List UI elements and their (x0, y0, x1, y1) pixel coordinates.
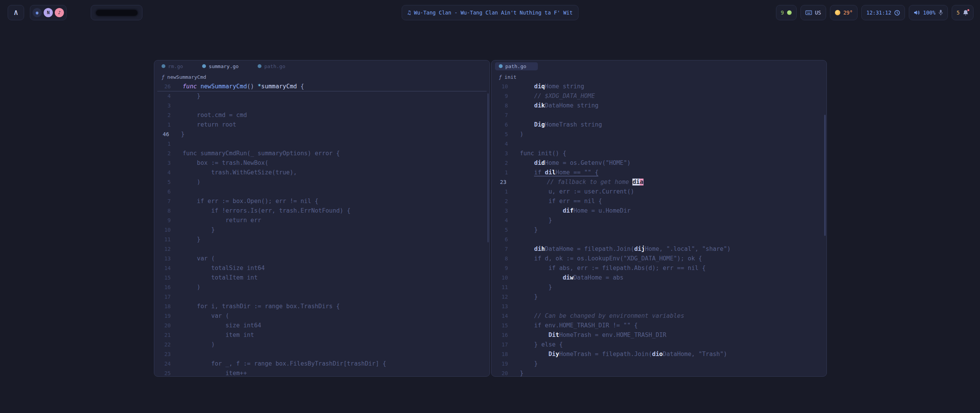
go-file-icon (258, 64, 261, 68)
code-line[interactable]: 21 item int (154, 330, 490, 340)
code-line[interactable]: 16 DitHomeTrash = env.HOME_TRASH_DIR (492, 330, 826, 340)
line-number: 14 (154, 263, 171, 273)
line-text: return err (183, 216, 261, 225)
keyboard-layout-widget[interactable]: US (800, 5, 826, 20)
tab-path.go[interactable]: path.go (258, 62, 297, 70)
line-text: for i, trashDir := range box.TrashDirs { (183, 302, 340, 311)
workspace-indicator-1[interactable]: ◉ (33, 8, 42, 17)
code-line[interactable]: 11 } (492, 283, 826, 292)
weather-widget[interactable]: 29° (830, 5, 858, 20)
tab-summary.go[interactable]: summary.go (202, 62, 250, 70)
scrollbar[interactable] (824, 115, 826, 236)
code-line[interactable]: 5) (492, 130, 826, 139)
code-line[interactable]: 3 (154, 101, 490, 111)
line-text: } (520, 369, 523, 377)
code-line[interactable]: 20} (492, 369, 826, 377)
line-text: func summaryCmdRun(_ summaryOptions) err… (183, 149, 340, 158)
code-line[interactable]: 10 } (154, 225, 490, 235)
tab-rm.go[interactable]: rm.go (162, 62, 194, 70)
code-line[interactable]: 16 ) (154, 283, 490, 292)
breadcrumb-symbol: init (505, 74, 516, 80)
code-line[interactable]: 4 } (154, 91, 490, 101)
code-line[interactable]: 19 var ( (154, 311, 490, 321)
code-line[interactable]: 8 dikDataHome string (492, 101, 826, 111)
code-line[interactable]: 46} (154, 130, 490, 139)
code-line[interactable]: 2 if err == nil { (492, 197, 826, 206)
workspace-switcher[interactable]: ◉N♪ (30, 5, 67, 20)
code-line[interactable]: 8 if !errors.Is(err, trash.ErrNotFound) … (154, 206, 490, 216)
code-line[interactable]: 17 (154, 292, 490, 302)
code-line[interactable]: 1 u, err := user.Current() (492, 187, 826, 197)
code-line[interactable]: 7 dihDataHome = filepath.Join(dijHome, "… (492, 244, 826, 254)
code-line[interactable]: 14 // Can be changed by environment vari… (492, 311, 826, 321)
code-line[interactable]: 2 root.cmd = cmd (154, 111, 490, 120)
code-line[interactable]: 2func summaryCmdRun(_ summaryOptions) er… (154, 149, 490, 158)
code-line[interactable]: 4 trash.WithGetSize(true), (154, 168, 490, 177)
workspace-indicator-2[interactable]: N (44, 8, 53, 17)
line-text: } (520, 225, 538, 235)
code-line[interactable]: 17 } else { (492, 340, 826, 350)
code-line[interactable]: 3 difHome = u.HomeDir (492, 206, 826, 216)
media-player-widget[interactable]: ♫ Wu-Tang Clan - Wu-Tang Clan Ain't Nuth… (402, 5, 578, 20)
tab-path.go[interactable]: path.go (495, 62, 538, 70)
code-line[interactable]: 7 if err := box.Open(); err != nil { (154, 197, 490, 206)
code-line[interactable]: 6 DigHomeTrash string (492, 120, 826, 130)
line-text: diqHome string (520, 82, 584, 91)
code-line[interactable]: 9 // $XDG_DATA_HOME (492, 91, 826, 101)
code-line[interactable]: 13 (492, 302, 826, 311)
code-line[interactable]: 19 } (492, 359, 826, 369)
scrollbar[interactable] (487, 93, 489, 242)
code-line[interactable]: 23 // fallback to get home dia (492, 177, 826, 187)
code-line[interactable]: 14 totalSize int64 (154, 263, 490, 273)
clock-widget[interactable]: 12:31:12 (861, 5, 905, 20)
code-line[interactable]: 7 (492, 111, 826, 120)
code-line[interactable]: 12 (154, 244, 490, 254)
code-line[interactable]: 12 } (492, 292, 826, 302)
code-line[interactable]: 10 diwDataHome = abs (492, 273, 826, 283)
code-line[interactable]: 9 if abs, err := filepath.Abs(d); err ==… (492, 263, 826, 273)
line-number: 13 (492, 302, 508, 311)
tab-label: summary.go (209, 63, 238, 69)
audio-widget[interactable]: 100% (909, 5, 948, 20)
line-number: 24 (154, 359, 171, 369)
code-area[interactable]: 4 }32 root.cmd = cmd1 return root46}12fu… (154, 91, 490, 377)
code-line[interactable]: 22 ) (154, 340, 490, 350)
code-line[interactable]: 20 size int64 (154, 321, 490, 330)
code-line[interactable]: 13 var ( (154, 254, 490, 263)
code-line[interactable]: 9 return err (154, 216, 490, 225)
code-line[interactable]: 18 DiyHomeTrash = filepath.Join(dioDataH… (492, 350, 826, 359)
code-line[interactable]: 18 for i, trashDir := range box.TrashDir… (154, 302, 490, 311)
line-text: ) (183, 340, 215, 350)
line-number: 2 (154, 111, 171, 120)
code-line[interactable]: 6 (154, 187, 490, 197)
notifications-widget[interactable]: 5 (952, 5, 973, 20)
line-text: box := trash.NewBox( (183, 158, 268, 168)
line-number: 12 (492, 292, 508, 302)
launcher-button[interactable]: Λ (8, 5, 24, 20)
code-line[interactable]: 4 (492, 139, 826, 149)
code-line[interactable]: 24 for _, f := range box.FilesByTrashDir… (154, 359, 490, 369)
code-line[interactable]: 8 if d, ok := os.LookupEnv("XDG_DATA_HOM… (492, 254, 826, 263)
line-text: ) (183, 283, 201, 292)
code-line[interactable]: 23 (154, 350, 490, 359)
workspace-indicator-3[interactable]: ♪ (55, 8, 64, 17)
code-line[interactable]: 5 } (492, 225, 826, 235)
code-line[interactable]: 15 totalItem int (154, 273, 490, 283)
code-line[interactable]: 1 (154, 139, 490, 149)
code-line[interactable]: 3func init() { (492, 149, 826, 158)
code-line[interactable]: 10 diqHome string (492, 82, 826, 91)
updates-widget[interactable]: 9 (776, 5, 797, 20)
code-area[interactable]: 10 diqHome string9 // $XDG_DATA_HOME8 di… (492, 82, 826, 377)
code-line[interactable]: 3 box := trash.NewBox( (154, 158, 490, 168)
code-line[interactable]: 25 item++ (154, 369, 490, 377)
code-line[interactable]: 6 (492, 235, 826, 244)
code-line[interactable]: 1 return root (154, 120, 490, 130)
code-line[interactable]: 4 } (492, 216, 826, 225)
code-line[interactable]: 2 didHome = os.Getenv("HOME") (492, 158, 826, 168)
breadcrumb: ƒ newSummaryCmd (154, 72, 490, 82)
code-line[interactable]: 1 if dilHome == "" { (492, 168, 826, 177)
code-line[interactable]: 11 } (154, 235, 490, 244)
code-line[interactable]: 5 ) (154, 177, 490, 187)
line-text: ) (520, 130, 523, 139)
code-line[interactable]: 15 if env.HOME_TRASH_DIR != "" { (492, 321, 826, 330)
